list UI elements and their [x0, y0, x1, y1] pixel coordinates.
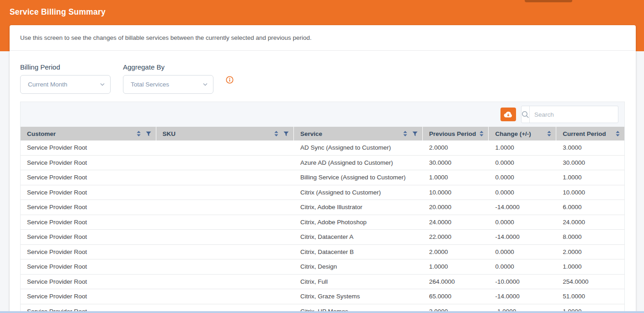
table-row[interactable]: Service Provider Root Citrix, Adobe Phot…	[21, 215, 624, 230]
column-header-previous-period[interactable]: Previous Period	[423, 127, 489, 140]
description-section: Use this screen to see the changes of bi…	[10, 25, 636, 51]
cell-service: Citrix, Datacenter A	[294, 230, 423, 244]
cell-sku	[156, 245, 294, 259]
column-header-change[interactable]: Change (+/-)	[489, 127, 556, 140]
table-row[interactable]: Service Provider Root Citrix, Design 1.0…	[21, 259, 624, 275]
table-row[interactable]: Service Provider Root Citrix (Assigned t…	[21, 185, 624, 200]
table-row[interactable]: Service Provider Root Citrix, Full 264.0…	[21, 275, 624, 290]
table-row[interactable]: Service Provider Root AD Sync (Assigned …	[21, 140, 624, 156]
cell-current-period: 6.0000	[556, 200, 624, 215]
sort-icon[interactable]	[274, 131, 278, 136]
table-row[interactable]: Service Provider Root Citrix, Datacenter…	[21, 230, 624, 245]
page-title: Service Billing Summary	[10, 7, 106, 17]
cell-previous-period: 264.0000	[423, 275, 489, 289]
cell-current-period: 10.0000	[556, 185, 624, 200]
cell-change: -10.0000	[489, 275, 556, 289]
cell-customer: Service Provider Root	[21, 275, 156, 289]
chevron-down-icon	[100, 83, 105, 86]
filter-icon[interactable]	[283, 131, 289, 136]
cell-sku	[156, 259, 294, 274]
cell-current-period: 3.0000	[556, 140, 624, 155]
cell-sku	[156, 215, 294, 230]
billing-table: Customer SKU	[20, 102, 625, 313]
bottom-edge-strip	[0, 311, 644, 313]
cell-customer: Service Provider Root	[21, 140, 156, 155]
search-input[interactable]	[530, 106, 620, 123]
cell-change: 0.0000	[489, 170, 556, 185]
table-row[interactable]: Service Provider Root Billing Service (A…	[21, 170, 624, 185]
cell-service: Citrix, Full	[294, 275, 423, 289]
column-header-sku[interactable]: SKU	[156, 127, 294, 140]
cell-customer: Service Provider Root	[21, 156, 156, 170]
cell-current-period: 1.0000	[556, 259, 624, 274]
aggregate-by-dropdown[interactable]: Total Services	[123, 75, 213, 94]
column-label: SKU	[163, 130, 176, 137]
column-label: Current Period	[563, 130, 606, 137]
cell-change: 0.0000	[489, 259, 556, 274]
table-row[interactable]: Service Provider Root Citrix, Adobe Illu…	[21, 200, 624, 215]
cell-sku	[156, 275, 294, 289]
cell-change: -14.0000	[489, 200, 556, 215]
cell-previous-period: 24.0000	[423, 215, 489, 230]
cell-previous-period: 22.0000	[423, 230, 489, 244]
column-label: Customer	[27, 130, 56, 137]
billing-period-dropdown[interactable]: Current Month	[20, 75, 111, 94]
cell-current-period: 254.0000	[556, 275, 624, 289]
sort-icon[interactable]	[547, 131, 551, 136]
cell-customer: Service Provider Root	[21, 185, 156, 200]
cell-previous-period: 20.0000	[423, 200, 489, 215]
cell-previous-period: 2.0000	[423, 245, 489, 259]
sort-icon[interactable]	[479, 131, 484, 136]
cell-service: Citrix (Assigned to Customer)	[294, 185, 423, 200]
cell-sku	[156, 156, 294, 170]
chevron-down-icon	[203, 83, 208, 86]
sort-icon[interactable]	[137, 131, 141, 136]
cell-current-period: 51.0000	[556, 289, 624, 304]
cell-current-period: 1.0000	[556, 170, 624, 185]
column-header-customer[interactable]: Customer	[21, 127, 156, 140]
search-icon	[522, 106, 530, 123]
cell-previous-period: 2.0000	[423, 140, 489, 155]
cell-sku	[156, 170, 294, 185]
table-row[interactable]: Service Provider Root Citrix, Datacenter…	[21, 245, 624, 260]
cell-service: Citrix, Datacenter B	[294, 245, 423, 259]
cloud-download-icon	[504, 111, 513, 118]
search-box	[521, 106, 618, 123]
column-header-current-period[interactable]: Current Period	[556, 127, 624, 140]
cell-change: 0.0000	[489, 156, 556, 170]
cell-current-period: 2.0000	[556, 245, 624, 259]
filter-icon[interactable]	[146, 131, 151, 136]
info-icon[interactable]	[226, 76, 234, 84]
cell-current-period: 30.0000	[556, 156, 624, 170]
sort-icon[interactable]	[616, 131, 620, 136]
cell-customer: Service Provider Root	[21, 289, 156, 304]
billing-period-value: Current Month	[28, 81, 100, 88]
cell-service: Citrix, Design	[294, 259, 423, 274]
cell-service: AD Sync (Assigned to Customer)	[294, 140, 423, 155]
cell-previous-period: 65.0000	[423, 289, 489, 304]
cell-sku	[156, 185, 294, 200]
cell-change: -14.0000	[489, 289, 556, 304]
cell-current-period: 24.0000	[556, 215, 624, 230]
export-button[interactable]	[500, 108, 516, 121]
description-text: Use this screen to see the changes of bi…	[20, 34, 312, 41]
cell-service: Citrix, Graze Systems	[294, 289, 423, 304]
cell-service: Citrix, Adobe Photoshop	[294, 215, 423, 230]
table-row[interactable]: Service Provider Root Azure AD (Assigned…	[21, 156, 624, 171]
cell-change: 1.0000	[489, 140, 556, 155]
cell-customer: Service Provider Root	[21, 230, 156, 244]
cell-previous-period: 10.0000	[423, 185, 489, 200]
sort-icon[interactable]	[403, 131, 407, 136]
column-label: Service	[300, 130, 322, 137]
cell-customer: Service Provider Root	[21, 215, 156, 230]
filter-icon[interactable]	[412, 131, 418, 136]
cell-previous-period: 1.0000	[423, 170, 489, 185]
cell-customer: Service Provider Root	[21, 200, 156, 215]
column-header-service[interactable]: Service	[294, 127, 423, 140]
cell-service: Citrix, Adobe Illustrator	[294, 200, 423, 215]
top-notch-decoration	[525, 0, 572, 2]
cell-customer: Service Provider Root	[21, 259, 156, 274]
table-row[interactable]: Service Provider Root Citrix, Graze Syst…	[21, 289, 624, 304]
cell-change: 0.0000	[489, 245, 556, 259]
table-body: Service Provider Root AD Sync (Assigned …	[21, 140, 624, 313]
